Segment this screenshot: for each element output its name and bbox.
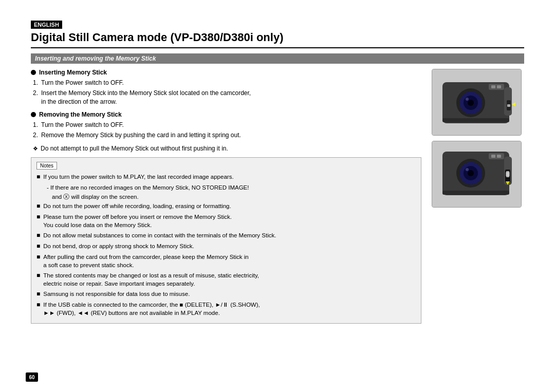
note-9: ■ If the USB cable is connected to the c… (36, 301, 416, 317)
note-6: ■ After pulling the card out from the ca… (36, 253, 416, 269)
svg-rect-24 (497, 155, 501, 158)
remove-step-1: 1.Turn the Power switch to OFF. (33, 121, 421, 129)
camera-image-1 (432, 69, 522, 136)
svg-rect-11 (442, 118, 509, 122)
section-header: Inserting and removing the Memory Stick (31, 53, 524, 64)
note-bullet-7: ■ (36, 271, 40, 280)
notes-box: Notes ■ If you turn the power switch to … (31, 157, 421, 324)
page: ENGLISH Digital Still Camera mode (VP-D3… (0, 0, 555, 392)
english-badge: ENGLISH (31, 21, 524, 31)
svg-point-21 (466, 168, 469, 171)
svg-rect-23 (491, 155, 495, 158)
insert-step-2: 2.Insert the Memory Stick into the Memor… (33, 89, 421, 106)
note-8: ■ Samsung is not responsible for data lo… (36, 290, 416, 298)
images-column (432, 69, 524, 324)
svg-rect-22 (489, 153, 504, 159)
note-5: ■ Do not bend, drop or apply strong shoc… (36, 242, 416, 251)
notes-label: Notes (36, 162, 57, 170)
camera-svg-1 (432, 69, 522, 136)
svg-rect-26 (442, 191, 509, 195)
svg-rect-8 (491, 85, 495, 88)
note-bullet-8: ■ (36, 290, 40, 298)
text-content: Inserting Memory Stick 1.Turn the Power … (31, 69, 421, 324)
note-bullet-3: ■ (36, 213, 40, 221)
svg-point-5 (468, 100, 474, 106)
note-bullet-2: ■ (36, 202, 40, 211)
note-bullet-1: ■ (36, 173, 40, 181)
content-layout: Inserting Memory Stick 1.Turn the Power … (31, 69, 524, 324)
note-1-sub-2: and ⓧ will display on the screen. (36, 193, 416, 201)
svg-point-6 (466, 98, 469, 101)
page-title: Digital Still Camera mode (VP-D380/D380i… (31, 31, 524, 48)
svg-rect-13 (507, 104, 510, 107)
note-7: ■ The stored contents may be changed or … (36, 271, 416, 288)
caution-item: ❖ Do not attempt to pull the Memory Stic… (31, 145, 421, 152)
note-bullet-6: ■ (36, 253, 40, 262)
note-2: ■ Do not turn the power off while record… (36, 202, 416, 211)
inserting-steps: 1.Turn the Power switch to OFF. 2.Insert… (31, 79, 421, 106)
diamond-icon: ❖ (33, 145, 38, 152)
note-1-sub-1: - If there are no recorded images on the… (36, 183, 416, 192)
note-bullet-9: ■ (36, 301, 40, 309)
svg-point-20 (468, 170, 474, 176)
svg-rect-9 (497, 85, 501, 88)
note-1: ■ If you turn the power switch to M.PLAY… (36, 173, 416, 181)
note-bullet-5: ■ (36, 242, 40, 251)
bullet-circle-remove (31, 112, 36, 117)
note-3: ■ Please turn the power off before you i… (36, 213, 416, 229)
bullet-circle-insert (31, 70, 36, 75)
removing-steps: 1.Turn the Power switch to OFF. 2.Remove… (31, 121, 421, 140)
camera-svg-2 (432, 141, 522, 208)
removing-heading: Removing the Memory Stick (31, 111, 421, 118)
note-bullet-4: ■ (36, 231, 40, 240)
note-4: ■ Do not allow metal substances to come … (36, 231, 416, 240)
svg-rect-30 (506, 171, 509, 177)
svg-rect-7 (489, 84, 504, 90)
page-number: 60 (26, 372, 38, 382)
insert-step-1: 1.Turn the Power switch to OFF. (33, 79, 421, 87)
camera-image-2 (432, 141, 522, 208)
remove-step-2: 2.Remove the Memory Stick by pushing the… (33, 131, 421, 140)
inserting-heading: Inserting Memory Stick (31, 69, 421, 76)
